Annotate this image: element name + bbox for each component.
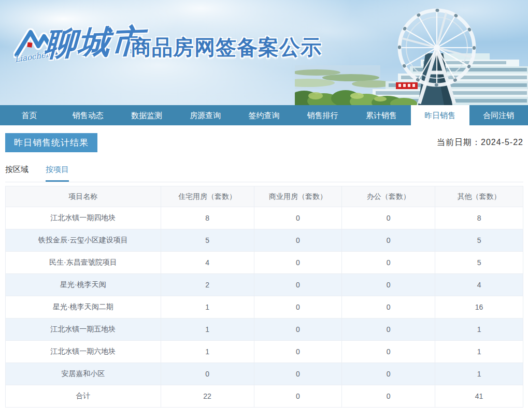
- project-name-cell: 星光·桃李天阅: [6, 274, 161, 296]
- nav-item-5[interactable]: 签约查询: [235, 105, 293, 125]
- table-row: 江北水镇一期六地块1001: [6, 341, 523, 363]
- current-date-value: 2024-5-22: [481, 138, 523, 147]
- count-cell: 0: [342, 274, 435, 296]
- count-cell: 0: [342, 385, 435, 408]
- count-cell: 5: [435, 229, 523, 252]
- tab-2[interactable]: 按项目: [46, 165, 69, 182]
- count-cell: 0: [254, 363, 342, 385]
- count-cell: 0: [254, 207, 342, 229]
- count-cell: 1: [435, 341, 523, 363]
- site-banner: Liaocheng 聊城市 商品房网签备案公示: [0, 0, 528, 105]
- title-row: 昨日销售统计结果 当前日期：2024-5-22: [5, 133, 523, 152]
- column-header-4: 办公（套数）: [342, 186, 435, 207]
- nav-item-8[interactable]: 昨日销售: [411, 105, 469, 125]
- count-cell: 1: [435, 363, 523, 385]
- table-header-row: 项目名称住宅用房（套数）商业用房（套数）办公（套数）其他（套数）: [6, 186, 523, 207]
- count-cell: 0: [342, 318, 435, 341]
- count-cell: 1: [161, 341, 254, 363]
- current-date: 当前日期：2024-5-22: [437, 137, 523, 148]
- count-cell: 0: [254, 296, 342, 318]
- count-cell: 4: [435, 274, 523, 296]
- count-cell: 4: [161, 252, 254, 274]
- count-cell: 5: [161, 229, 254, 252]
- table-row: 星光·桃李天阅二期10016: [6, 296, 523, 318]
- brand-site-title: 商品房网签备案公示: [131, 33, 322, 62]
- project-name-cell: 民生·东昌壹號院项目: [6, 252, 161, 274]
- count-cell: 8: [435, 207, 523, 229]
- project-name-cell: 江北水镇一期五地块: [6, 318, 161, 341]
- count-cell: 16: [435, 296, 523, 318]
- count-cell: 22: [161, 385, 254, 408]
- column-header-5: 其他（套数）: [435, 186, 523, 207]
- sales-statistics-table: 项目名称住宅用房（套数）商业用房（套数）办公（套数）其他（套数） 江北水镇一期四…: [5, 186, 523, 408]
- count-cell: 0: [342, 229, 435, 252]
- nav-item-7[interactable]: 累计销售: [352, 105, 410, 125]
- project-name-cell: 安居嘉和小区: [6, 363, 161, 385]
- count-cell: 0: [254, 341, 342, 363]
- table-row: 星光·桃李天阅2004: [6, 274, 523, 296]
- count-cell: 1: [435, 318, 523, 341]
- count-cell: 1: [161, 318, 254, 341]
- column-header-3: 商业用房（套数）: [254, 186, 342, 207]
- section-title-badge: 昨日销售统计结果: [5, 133, 97, 152]
- project-name-cell: 江北水镇一期四地块: [6, 207, 161, 229]
- table-row-total: 合计220041: [6, 385, 523, 408]
- count-cell: 0: [342, 296, 435, 318]
- nav-item-2[interactable]: 销售动态: [59, 105, 117, 125]
- count-cell: 1: [161, 296, 254, 318]
- column-header-2: 住宅用房（套数）: [161, 186, 254, 207]
- project-name-cell: 江北水镇一期六地块: [6, 341, 161, 363]
- nav-item-3[interactable]: 数据监测: [117, 105, 176, 125]
- count-cell: 0: [342, 252, 435, 274]
- count-cell: 41: [435, 385, 523, 408]
- count-cell: 5: [435, 252, 523, 274]
- project-name-cell: 星光·桃李天阅二期: [6, 296, 161, 318]
- table-row: 铁投金辰·云玺小区建设项目5005: [6, 229, 523, 252]
- page: Liaocheng 聊城市 商品房网签备案公示 首页销售动态数据监测房源查询签约…: [0, 0, 528, 420]
- count-cell: 0: [254, 229, 342, 252]
- project-name-cell: 铁投金辰·云玺小区建设项目: [6, 229, 161, 252]
- nav-item-1[interactable]: 首页: [0, 105, 59, 125]
- count-cell: 0: [342, 363, 435, 385]
- count-cell: 0: [342, 341, 435, 363]
- main-content: 昨日销售统计结果 当前日期：2024-5-22 按区域按项目 项目名称住宅用房（…: [0, 125, 528, 408]
- table-row: 江北水镇一期五地块1001: [6, 318, 523, 341]
- column-header-1: 项目名称: [6, 186, 161, 207]
- count-cell: 0: [254, 252, 342, 274]
- tab-1[interactable]: 按区域: [5, 165, 28, 182]
- table-row: 江北水镇一期四地块8008: [6, 207, 523, 229]
- count-cell: 0: [254, 274, 342, 296]
- main-nav: 首页销售动态数据监测房源查询签约查询销售排行累计销售昨日销售合同注销: [0, 105, 528, 125]
- nav-item-6[interactable]: 销售排行: [293, 105, 352, 125]
- count-cell: 0: [161, 363, 254, 385]
- table-row: 民生·东昌壹號院项目4005: [6, 252, 523, 274]
- view-tabs: 按区域按项目: [5, 165, 523, 182]
- table-row: 安居嘉和小区0001: [6, 363, 523, 385]
- count-cell: 0: [254, 318, 342, 341]
- current-date-label: 当前日期：: [437, 138, 481, 147]
- count-cell: 0: [342, 207, 435, 229]
- count-cell: 8: [161, 207, 254, 229]
- count-cell: 2: [161, 274, 254, 296]
- nav-item-4[interactable]: 房源查询: [176, 105, 235, 125]
- project-name-cell: 合计: [6, 385, 161, 408]
- count-cell: 0: [254, 385, 342, 408]
- ferris-wheel-scenery-illustration: [295, 0, 528, 105]
- nav-item-9[interactable]: 合同注销: [469, 105, 528, 125]
- brand-city-name: 聊城市: [44, 19, 145, 66]
